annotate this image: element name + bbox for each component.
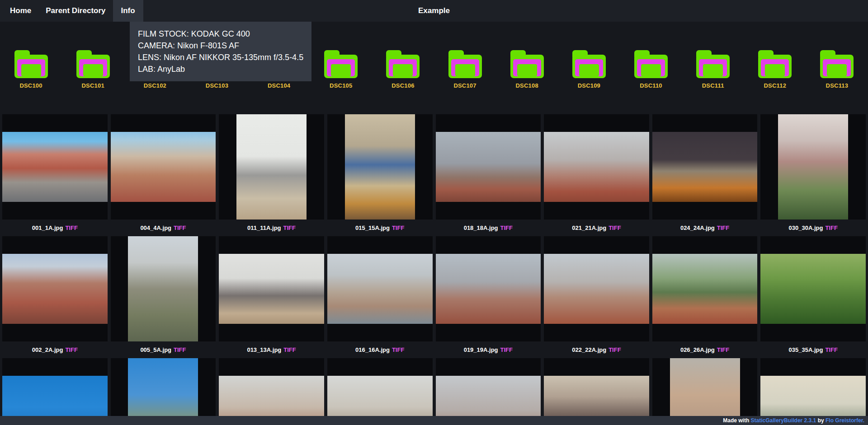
photo-format-link[interactable]: TIFF [825,346,837,353]
photo-filename: 030_30A.jpg [789,224,823,231]
photo-format-link[interactable]: TIFF [174,224,186,231]
photo-filename: 024_24A.jpg [680,224,715,231]
photo-format-link[interactable]: TIFF [500,346,513,353]
folder-item[interactable]: DSC100 [0,50,62,89]
gallery-cell: 005_5A.jpg TIFF [111,236,216,358]
photo-image [436,132,541,202]
gallery-cell: 019_19A.jpg TIFF [436,236,541,358]
folder-icon [510,50,544,78]
photo-thumbnail[interactable] [544,358,649,425]
photo-format-link[interactable]: TIFF [174,346,186,353]
photo-format-link[interactable]: TIFF [65,224,77,231]
photo-thumbnail[interactable] [2,114,108,220]
photo-format-link[interactable]: TIFF [500,224,513,231]
folder-name: DSC105 [330,82,352,89]
photo-caption: 004_4A.jpg TIFF [111,220,216,236]
folder-name: DSC103 [206,82,228,89]
photo-thumbnail[interactable] [111,114,216,220]
photo-thumbnail[interactable] [436,114,541,220]
photo-thumbnail[interactable] [2,358,108,425]
photo-thumbnail[interactable] [436,358,541,425]
photo-thumbnail[interactable] [436,236,541,341]
footer-bar: Made with StaticGalleryBuilder 2.3.1 by … [0,416,868,425]
photo-format-link[interactable]: TIFF [609,224,621,231]
photo-thumbnail[interactable] [760,236,866,341]
photo-filename: 016_16A.jpg [355,346,390,353]
folder-item[interactable]: DSC113 [806,50,868,89]
photo-caption: 001_1A.jpg TIFF [2,220,108,236]
gallery-cell [652,358,758,425]
folder-icon [386,50,420,78]
photo-caption: 016_16A.jpg TIFF [327,341,433,358]
author-link[interactable]: Flo Greistorfer. [826,417,864,424]
folder-item[interactable]: DSC110 [620,50,682,89]
folder-name: DSC112 [764,82,786,89]
photo-image [670,358,740,425]
footer-by-text: by [816,417,826,424]
photo-format-link[interactable]: TIFF [392,224,404,231]
photo-image [436,254,541,324]
photo-thumbnail[interactable] [327,236,433,341]
gallery-cell [2,358,108,425]
photo-thumbnail[interactable] [652,114,758,220]
photo-thumbnail[interactable] [652,236,758,341]
photo-thumbnail[interactable] [760,358,866,425]
photo-caption: 019_19A.jpg TIFF [436,341,541,358]
photo-caption: 035_35A.jpg TIFF [760,341,866,358]
photo-thumbnail[interactable] [111,358,216,425]
folder-item[interactable]: DSC105 [310,50,372,89]
page-title: Example [418,0,450,22]
photo-caption: 024_24A.jpg TIFF [652,220,758,236]
photo-filename: 011_11A.jpg [247,224,281,231]
photo-thumbnail[interactable] [327,358,433,425]
footer-prefix-text: Made with [723,417,750,424]
nav-item-info[interactable]: Info [113,0,143,22]
photo-thumbnail[interactable] [544,114,649,220]
nav-item-home[interactable]: Home [10,0,31,22]
photo-thumbnail[interactable] [219,358,324,425]
photo-image [111,132,216,202]
photo-thumbnail[interactable] [219,114,324,220]
photo-thumbnail[interactable] [2,236,108,341]
folder-name: DSC109 [578,82,600,89]
photo-thumbnail[interactable] [111,236,216,341]
photo-format-link[interactable]: TIFF [717,224,729,231]
photo-format-link[interactable]: TIFF [392,346,404,353]
photo-format-link[interactable]: TIFF [283,346,296,353]
folder-item[interactable]: DSC107 [434,50,496,89]
folder-item[interactable]: DSC108 [496,50,558,89]
photo-format-link[interactable]: TIFF [717,346,729,353]
photo-format-link[interactable]: TIFF [609,346,621,353]
thumbnail-row: 002_2A.jpg TIFF 005_5A.jpg TIFF 013_13A.… [2,236,866,358]
photo-image [652,254,758,324]
folder-name: DSC108 [516,82,538,89]
tooltip-line-lab: LAB: AnyLab [138,63,303,75]
folder-name: DSC100 [19,82,42,89]
photo-thumbnail[interactable] [219,236,324,341]
photo-image [544,254,649,324]
photo-filename: 013_13A.jpg [247,346,281,353]
gallery-cell: 016_16A.jpg TIFF [327,236,433,358]
photo-thumbnail[interactable] [652,358,758,425]
folder-item[interactable]: DSC109 [558,50,620,89]
photo-image [345,114,415,220]
photo-thumbnail[interactable] [544,236,649,341]
folder-item[interactable]: DSC111 [682,50,744,89]
folder-item[interactable]: DSC106 [372,50,434,89]
builder-link[interactable]: StaticGalleryBuilder 2.3.1 [751,417,816,424]
photo-image [128,358,198,425]
photo-format-link[interactable]: TIFF [283,224,296,231]
gallery-cell: 015_15A.jpg TIFF [327,114,433,236]
gallery-cell [544,358,649,425]
photo-caption: 030_30A.jpg TIFF [760,220,866,236]
folder-item[interactable]: DSC101 [62,50,124,89]
photo-thumbnail[interactable] [760,114,866,220]
photo-filename: 026_26A.jpg [680,346,715,353]
photo-format-link[interactable]: TIFF [825,224,837,231]
photo-filename: 018_18A.jpg [464,224,498,231]
folder-item[interactable]: DSC112 [744,50,806,89]
photo-thumbnail[interactable] [327,114,433,220]
nav-item-parent-directory[interactable]: Parent Directory [46,0,105,22]
photo-format-link[interactable]: TIFF [65,346,77,353]
tooltip-line-film-stock: FILM STOCK: KODAK GC 400 [138,28,303,40]
